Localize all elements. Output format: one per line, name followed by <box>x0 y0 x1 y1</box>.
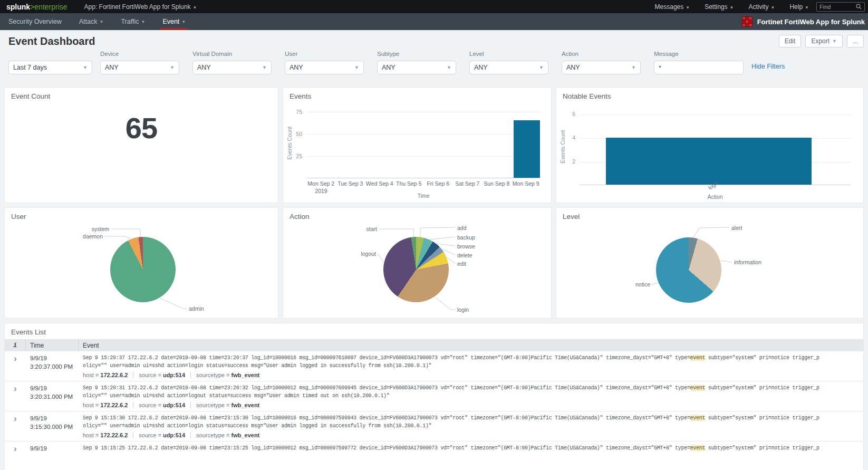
x-tick-label: Mon Sep 9 <box>512 180 541 187</box>
panel-notable-events-chart: Notable Events Events Count 6 4 2 login … <box>556 87 864 203</box>
expand-row-icon[interactable]: › <box>14 444 16 453</box>
panel-events-chart: Events Events Count 75 50 25 Mon Sep 2 T… <box>283 87 552 203</box>
notable-events-bar[interactable] <box>606 138 812 185</box>
table-row: › 9/9/19 3:15:30.000 PM Sep 9 15:15:30 1… <box>5 411 863 442</box>
y-tick-label: 25 <box>285 153 302 159</box>
x-tick-label: Sat Sep 7 <box>453 180 483 187</box>
event-date: 9/9/19 <box>30 444 79 453</box>
menu-activity[interactable]: Activity▼ <box>748 3 775 11</box>
event-count-value: 65 <box>5 111 278 145</box>
highlighted-term: event <box>690 445 706 451</box>
field-value-host[interactable]: 172.22.6.2 <box>100 372 128 378</box>
device-filter: Device ANY▼ <box>100 51 179 74</box>
menu-help[interactable]: Help▼ <box>789 3 809 11</box>
column-header-time[interactable]: Time <box>26 339 79 351</box>
expand-row-icon[interactable]: › <box>14 354 16 363</box>
event-time: 9/9/19 3:15:30.000 PM <box>26 414 79 438</box>
tab-attack[interactable]: Attack▼ <box>77 13 106 30</box>
action-dropdown[interactable]: ANY▼ <box>562 61 641 74</box>
pie-slice-label: alert <box>731 225 742 231</box>
field-value-host[interactable]: 172.22.6.2 <box>100 432 128 438</box>
subtype-filter: Subtype ANY▼ <box>377 51 456 74</box>
user-filter: User ANY▼ <box>285 51 364 74</box>
table-row: › 9/9/19 3:20:31.000 PM Sep 9 15:20:31 1… <box>5 381 863 411</box>
splunk-logo[interactable]: splunk>enterprise <box>6 3 67 11</box>
pie-slice-label: edit <box>457 261 466 267</box>
events-bar[interactable] <box>514 120 540 178</box>
page-title: Event Dashboard <box>8 35 95 47</box>
menu-messages[interactable]: Messages▼ <box>655 3 690 11</box>
y-tick-label: 6 <box>558 111 575 117</box>
event-cell: Sep 9 15:20:37 172.22.6.2 date=2019-09-0… <box>79 354 863 378</box>
panel-title: Level <box>563 213 580 220</box>
event-raw-text[interactable]: Sep 9 15:20:37 172.22.6.2 date=2019-09-0… <box>83 354 863 370</box>
chevron-down-icon: ▼ <box>686 5 690 10</box>
chevron-down-icon: ▼ <box>354 65 359 70</box>
edit-button[interactable]: Edit <box>779 35 802 47</box>
pie-slice-label: notice <box>620 281 650 287</box>
user-pie-chart[interactable] <box>110 237 176 302</box>
menu-settings[interactable]: Settings▼ <box>705 3 734 11</box>
panel-title: Notable Events <box>563 92 611 100</box>
x-tick-label: Mon Sep 2 <box>306 180 336 187</box>
chevron-down-icon: ▼ <box>631 65 636 70</box>
pie-slice-label: information <box>734 259 761 265</box>
chevron-down-icon: ▼ <box>805 5 809 10</box>
subtype-dropdown[interactable]: ANY▼ <box>377 61 456 74</box>
search-icon <box>856 4 862 9</box>
column-header-event[interactable]: Event <box>79 342 863 349</box>
field-value-source[interactable]: udp:514 <box>163 372 185 378</box>
tab-event[interactable]: Event▼ <box>160 13 188 30</box>
filter-label: Subtype <box>377 51 456 57</box>
expand-row-icon[interactable]: › <box>14 384 16 393</box>
expand-row-icon[interactable]: › <box>14 414 16 423</box>
x-tick-label: Thu Sep 5 <box>394 180 424 187</box>
field-value-host[interactable]: 172.22.6.2 <box>100 402 128 408</box>
device-dropdown[interactable]: ANY▼ <box>100 61 179 74</box>
event-timestamp: 3:20:37.000 PM <box>30 362 79 371</box>
y-tick-label: 2 <box>558 158 575 165</box>
tab-security-overview[interactable]: Security Overview <box>6 13 64 30</box>
table-row: › 9/9/19 3:20:37.000 PM Sep 9 15:20:37 1… <box>5 351 863 381</box>
field-value-sourcetype[interactable]: fwb_event <box>231 402 259 408</box>
find-placeholder: Find <box>819 4 831 10</box>
field-value-source[interactable]: udp:514 <box>163 402 185 408</box>
action-pie-chart[interactable] <box>383 237 449 302</box>
event-raw-text[interactable]: Sep 9 15:15:25 172.22.6.2 date=2019-09-0… <box>83 444 863 452</box>
filter-label: Message <box>654 51 744 57</box>
column-header-info[interactable]: i <box>5 339 26 351</box>
level-pie-chart[interactable] <box>656 237 721 303</box>
level-filter: Level ANY▼ <box>469 51 548 74</box>
time-range-picker[interactable]: Last 7 days▼ <box>8 61 92 74</box>
pie-slice-label: system <box>82 226 109 232</box>
event-time: 9/9/19 <box>26 444 79 468</box>
user-dropdown[interactable]: ANY▼ <box>285 61 364 74</box>
more-actions-button[interactable]: ... <box>847 35 864 47</box>
panel-title: Action <box>290 213 310 220</box>
pie-slice-label: admin <box>189 305 204 312</box>
x-tick-label: Sun Sep 8 <box>482 180 512 187</box>
action-filter: Action ANY▼ <box>562 51 641 74</box>
pie-slice-label: browse <box>457 243 475 250</box>
event-fields: host = 172.22.6.2source = udp:514sourcet… <box>83 402 863 408</box>
field-value-sourcetype[interactable]: fwb_event <box>231 432 259 438</box>
event-raw-text[interactable]: Sep 9 15:15:30 172.22.6.2 date=2019-09-0… <box>83 414 863 430</box>
hide-filters-link[interactable]: Hide Filters <box>751 63 785 70</box>
app-menu[interactable]: App: Fortinet FortiWeb App for Splunk▼ <box>84 3 197 11</box>
event-raw-text[interactable]: Sep 9 15:20:31 172.22.6.2 date=2019-09-0… <box>83 384 863 400</box>
filter-label: Level <box>469 51 548 57</box>
field-value-source[interactable]: udp:514 <box>163 432 185 438</box>
x-tick-label: Tue Sep 3 <box>336 180 365 187</box>
message-input[interactable] <box>654 61 744 74</box>
virtual-domain-dropdown[interactable]: ANY▼ <box>192 61 272 74</box>
table-header: i Time Event <box>5 339 863 351</box>
field-value-sourcetype[interactable]: fwb_event <box>231 372 259 378</box>
level-dropdown[interactable]: ANY▼ <box>469 61 548 74</box>
event-timestamp: 3:20:31.000 PM <box>30 392 79 401</box>
x-tick-label: Fri Sep 6 <box>423 180 453 187</box>
tab-traffic[interactable]: Traffic▼ <box>119 13 147 30</box>
export-button[interactable]: Export▼ <box>805 35 843 47</box>
find-search-input[interactable]: Find <box>816 2 865 12</box>
x-axis-label: Action <box>580 194 851 200</box>
y-tick-label: 50 <box>285 131 302 137</box>
